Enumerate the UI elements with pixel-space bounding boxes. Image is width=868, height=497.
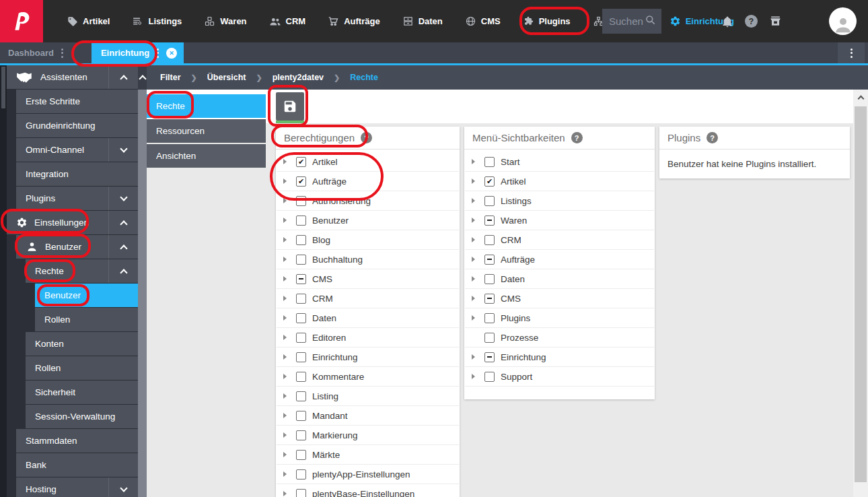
sidebar-item-omni-channel[interactable]: Omni-Channel — [16, 138, 138, 162]
notifications-bell-icon[interactable] — [721, 15, 733, 28]
checkbox-auftrage[interactable] — [484, 255, 495, 265]
expand-arrow-icon[interactable] — [283, 237, 293, 242]
expand-arrow-icon[interactable] — [283, 159, 293, 164]
checkbox-start[interactable] — [484, 157, 495, 167]
expand-arrow-icon[interactable] — [472, 374, 482, 379]
checkbox-authorisierung[interactable] — [296, 196, 306, 206]
expand-arrow-icon[interactable] — [472, 315, 482, 321]
nav-item-listings[interactable]: Listings — [132, 15, 182, 27]
checkbox-artikel[interactable] — [296, 157, 306, 167]
expand-arrow-icon[interactable] — [472, 237, 482, 242]
sidebar-scrollbar[interactable] — [138, 65, 147, 497]
scroll-up-button[interactable] — [853, 90, 868, 104]
breadcrumb-plenty2datev[interactable]: plenty2datev — [273, 73, 324, 82]
tab-einrichtung[interactable]: Einrichtung✕ — [92, 42, 184, 63]
expand-toggle[interactable] — [108, 211, 138, 234]
expand-arrow-icon[interactable] — [283, 315, 293, 321]
checkbox-cms[interactable] — [484, 294, 495, 304]
expand-arrow-icon[interactable] — [472, 354, 482, 360]
sidebar-item-benutzer[interactable]: Benutzer — [16, 235, 138, 259]
expand-arrow-icon[interactable] — [283, 198, 293, 203]
checkbox-plugins[interactable] — [484, 313, 495, 323]
kebab-menu-icon[interactable] — [849, 47, 854, 59]
checkbox-prozesse[interactable] — [484, 333, 495, 343]
expand-arrow-icon[interactable] — [283, 296, 293, 301]
checkbox-buchhaltung[interactable] — [296, 255, 306, 265]
expand-arrow-icon[interactable] — [283, 471, 293, 477]
checkbox-crm[interactable] — [296, 294, 306, 304]
checkbox-auftrage[interactable] — [296, 176, 306, 187]
checkbox-plentybase-einstellungen[interactable] — [296, 489, 306, 497]
subnav-item-rechte[interactable]: Rechte — [147, 94, 266, 118]
scrollbar-thumb[interactable] — [855, 106, 867, 482]
checkbox-markte[interactable] — [296, 450, 306, 460]
checkbox-listings[interactable] — [484, 196, 495, 206]
sidebar-item-erste-schritte[interactable]: Erste Schritte — [16, 90, 138, 113]
checkbox-einrichtung[interactable] — [484, 352, 495, 362]
expand-arrow-icon[interactable] — [283, 257, 293, 262]
sidebar-item-grundeinrichtung[interactable]: Grundeinrichtung — [16, 114, 138, 137]
sidebar-item-session-verwaltung[interactable]: Session-Verwaltung — [26, 405, 138, 428]
expand-arrow-icon[interactable] — [283, 374, 293, 379]
expand-toggle[interactable] — [108, 187, 138, 210]
expand-arrow-icon[interactable] — [283, 335, 293, 340]
breadcrumb-rechte[interactable]: Rechte — [350, 73, 378, 82]
checkbox-listing[interactable] — [296, 391, 306, 401]
expand-toggle[interactable] — [108, 235, 138, 259]
permissions-help-icon[interactable]: ? — [361, 132, 372, 143]
expand-toggle[interactable] — [108, 138, 138, 162]
expand-arrow-icon[interactable] — [283, 218, 293, 223]
expand-toggle[interactable] — [108, 65, 138, 89]
expand-toggle[interactable] — [108, 259, 138, 283]
expand-arrow-icon[interactable] — [283, 178, 293, 184]
expand-arrow-icon[interactable] — [283, 276, 293, 281]
expand-arrow-icon[interactable] — [472, 178, 482, 184]
nav-item-plugins[interactable]: Plugins — [523, 15, 571, 27]
expand-arrow-icon[interactable] — [472, 159, 482, 164]
sidebar-item-einstellungen[interactable]: Einstellungen — [7, 211, 138, 234]
nav-item-cms[interactable]: CMS — [465, 15, 501, 27]
tabbar-overflow-menu[interactable] — [838, 42, 865, 63]
expand-arrow-icon[interactable] — [283, 491, 293, 496]
checkbox-support[interactable] — [484, 372, 495, 382]
checkbox-daten[interactable] — [484, 274, 495, 284]
sidebar-item-hosting[interactable]: Hosting — [16, 477, 138, 497]
checkbox-einrichtung[interactable] — [296, 352, 306, 362]
kebab-menu-icon[interactable] — [155, 47, 160, 59]
sidebar-item-konten[interactable]: Konten — [26, 332, 138, 356]
sidebar-item-plugins[interactable]: Plugins — [16, 187, 138, 210]
sidebar-left-scrollbar[interactable] — [0, 65, 7, 497]
kebab-menu-icon[interactable] — [60, 47, 65, 59]
expand-arrow-icon[interactable] — [472, 296, 482, 301]
checkbox-artikel[interactable] — [484, 176, 495, 187]
checkbox-editoren[interactable] — [296, 333, 306, 343]
expand-arrow-icon[interactable] — [472, 257, 482, 262]
expand-arrow-icon[interactable] — [283, 432, 293, 438]
scrollbar-thumb[interactable] — [1, 67, 5, 108]
checkbox-kommentare[interactable] — [296, 372, 306, 382]
shop-icon[interactable] — [769, 15, 782, 28]
checkbox-mandant[interactable] — [296, 411, 306, 421]
search-icon[interactable] — [644, 13, 657, 29]
expand-arrow-icon[interactable] — [472, 276, 482, 281]
content-scrollbar[interactable] — [853, 90, 868, 497]
expand-arrow-icon[interactable] — [472, 218, 482, 223]
checkbox-markierung[interactable] — [296, 430, 306, 440]
checkbox-waren[interactable] — [484, 216, 495, 226]
expand-arrow-icon[interactable] — [283, 413, 293, 418]
breadcrumb-filter[interactable]: Filter — [160, 73, 181, 82]
checkbox-cms[interactable] — [296, 274, 306, 284]
sidebar-item-integration[interactable]: Integration — [16, 162, 138, 186]
expand-toggle[interactable] — [108, 477, 138, 497]
search-box[interactable] — [602, 9, 661, 34]
nav-item-crm[interactable]: CRM — [269, 15, 306, 28]
breadcrumb-ubersicht[interactable]: Übersicht — [207, 73, 246, 82]
plentymarkets-logo[interactable] — [0, 0, 43, 42]
user-avatar[interactable] — [829, 7, 857, 35]
expand-arrow-icon[interactable] — [283, 452, 293, 457]
sidebar-item-rechte[interactable]: Rechte — [26, 259, 138, 283]
sidebar-item-stammdaten[interactable]: Stammdaten — [16, 429, 138, 453]
expand-arrow-icon[interactable] — [283, 393, 293, 399]
scroll-up-button[interactable] — [138, 65, 147, 90]
sidebar-item-benutzer[interactable]: Benutzer — [35, 284, 138, 307]
